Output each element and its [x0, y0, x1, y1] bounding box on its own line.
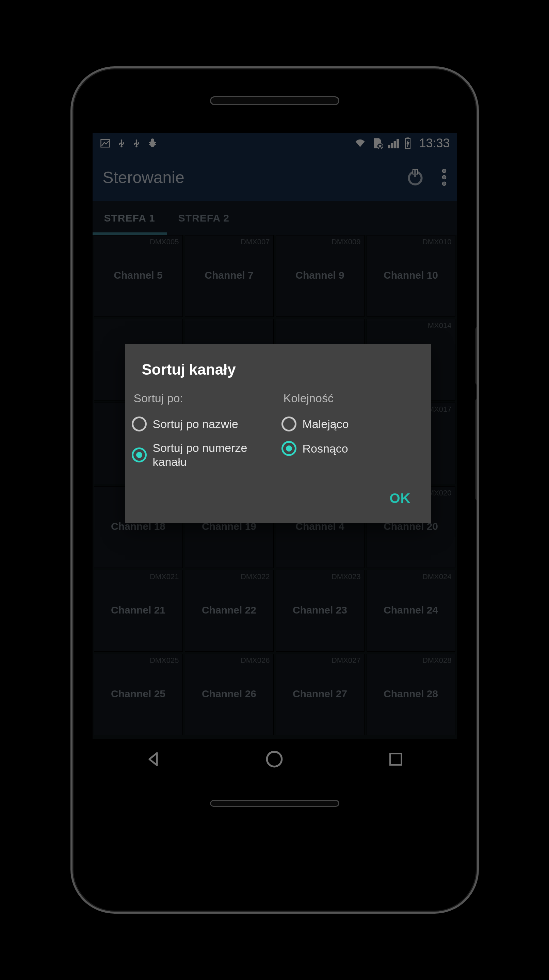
- radio-order-ascending[interactable]: Rosnąco: [282, 436, 425, 461]
- radio-label: Rosnąco: [302, 442, 348, 456]
- dialog-actions: OK: [125, 480, 431, 520]
- sort-by-column: Sortuj po: Sortuj po nazwie Sortuj po nu…: [128, 388, 278, 474]
- phone-speaker: [210, 96, 339, 105]
- phone-frame: 13:33 Sterowanie STREFA 1 STREFA 2: [70, 66, 479, 914]
- radio-icon: [282, 417, 296, 431]
- phone-bottom: [210, 780, 339, 827]
- radio-order-descending[interactable]: Malejąco: [282, 412, 425, 436]
- phone-top: [210, 68, 339, 133]
- ok-button[interactable]: OK: [383, 487, 418, 509]
- phone-side-button: [476, 327, 479, 385]
- radio-icon: [132, 417, 147, 431]
- radio-sort-by-channel-number[interactable]: Sortuj po numerze kanału: [132, 436, 275, 474]
- dialog-body: Sortuj po: Sortuj po nazwie Sortuj po nu…: [125, 388, 431, 480]
- order-column: Kolejność Malejąco Rosnąco: [278, 388, 428, 474]
- sort-dialog: Sortuj kanały Sortuj po: Sortuj po nazwi…: [125, 344, 431, 523]
- radio-icon: [132, 447, 147, 463]
- radio-label: Sortuj po numerze kanału: [153, 441, 275, 469]
- radio-sort-by-name[interactable]: Sortuj po nazwie: [132, 412, 275, 436]
- radio-label: Sortuj po nazwie: [153, 417, 238, 431]
- column-header: Sortuj po:: [132, 388, 275, 412]
- radio-label: Malejąco: [302, 417, 349, 431]
- dialog-title: Sortuj kanały: [125, 344, 431, 388]
- phone-speaker-bottom: [210, 800, 339, 807]
- radio-icon: [282, 441, 296, 456]
- screen: 13:33 Sterowanie STREFA 1 STREFA 2: [92, 133, 457, 780]
- column-header: Kolejność: [282, 388, 425, 412]
- phone-side-button: [476, 398, 479, 501]
